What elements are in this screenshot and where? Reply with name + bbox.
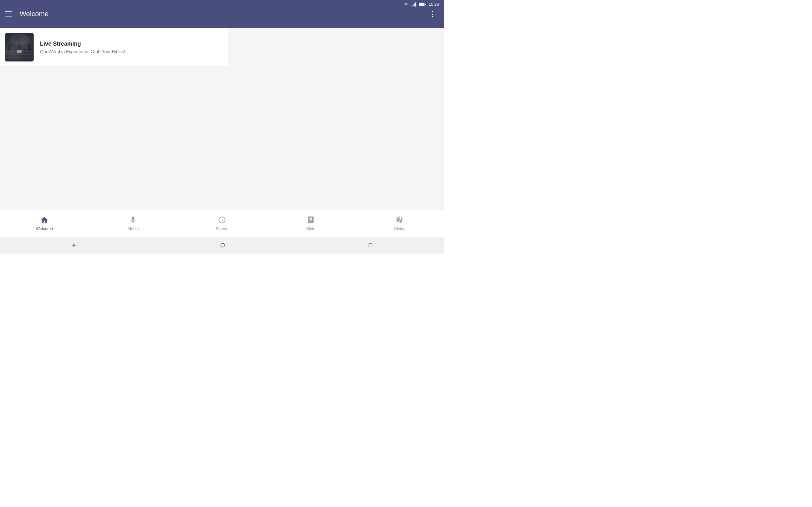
clock-icon: [217, 216, 226, 224]
home-button[interactable]: [217, 239, 229, 251]
svg-point-11: [8, 46, 12, 51]
recent-button[interactable]: [365, 240, 376, 250]
svg-point-19: [28, 46, 32, 51]
thumbnail-image: [5, 33, 34, 61]
app-bar-title: Welcome: [20, 10, 49, 18]
nav-label-media: Media: [128, 226, 139, 231]
nav-item-giving[interactable]: Giving: [355, 213, 444, 233]
giving-icon: [395, 216, 404, 224]
nav-item-bible[interactable]: Bible: [266, 213, 355, 233]
wifi-icon: [403, 2, 409, 7]
microphone-icon: [129, 216, 138, 224]
system-nav: [0, 237, 444, 253]
svg-point-18: [23, 45, 26, 47]
svg-rect-3: [415, 2, 416, 6]
svg-rect-2: [414, 3, 415, 6]
status-time: 10:26: [428, 2, 439, 7]
svg-rect-10: [5, 57, 34, 58]
menu-icon[interactable]: [5, 11, 12, 16]
bible-icon: [306, 216, 315, 224]
svg-point-12: [8, 44, 11, 47]
svg-point-15: [17, 45, 21, 51]
app-bar-left: Welcome: [5, 10, 49, 18]
svg-rect-24: [368, 244, 372, 247]
svg-point-16: [18, 43, 21, 47]
live-streaming-card[interactable]: Live Streaming Our Worship Experience, G…: [0, 28, 229, 67]
thumbnail-svg: [5, 33, 34, 61]
nav-item-media[interactable]: Media: [89, 213, 177, 233]
card-title: Live Streaming: [40, 41, 223, 47]
home-icon: [40, 216, 49, 224]
nav-label-giving: Giving: [394, 226, 406, 231]
svg-point-20: [28, 44, 31, 47]
svg-point-13: [13, 47, 16, 52]
nav-item-events[interactable]: Events: [177, 213, 266, 233]
nav-item-welcome[interactable]: Welcome: [0, 213, 89, 233]
svg-rect-8: [5, 50, 34, 52]
svg-point-17: [23, 47, 27, 52]
more-vert-icon[interactable]: ⋮: [426, 8, 439, 20]
svg-point-14: [13, 45, 16, 48]
card-subtitle: Our Worship Experience, Grab Your Bibles…: [40, 49, 223, 54]
svg-rect-7: [5, 33, 34, 61]
svg-point-22: [10, 34, 29, 45]
nav-label-events: Events: [216, 226, 229, 231]
svg-rect-9: [5, 54, 34, 55]
signal-icon: [411, 2, 416, 7]
card-thumbnail: [5, 33, 34, 61]
svg-rect-1: [413, 4, 414, 6]
svg-rect-5: [419, 3, 424, 6]
battery-icon: [419, 3, 426, 6]
nav-label-welcome: Welcome: [36, 226, 53, 231]
nav-label-bible: Bible: [306, 226, 316, 231]
svg-rect-0: [411, 5, 412, 6]
card-content: Live Streaming Our Worship Experience, G…: [40, 41, 223, 54]
svg-point-23: [221, 243, 224, 247]
status-bar: 10:26: [403, 2, 439, 7]
main-content: Live Streaming Our Worship Experience, G…: [0, 28, 444, 219]
svg-rect-6: [425, 3, 426, 5]
back-button[interactable]: [68, 239, 80, 251]
svg-rect-21: [17, 50, 21, 53]
bottom-nav: Welcome Media Events Bible: [0, 209, 444, 237]
app-bar: Welcome 10:26 ⋮: [0, 0, 444, 28]
